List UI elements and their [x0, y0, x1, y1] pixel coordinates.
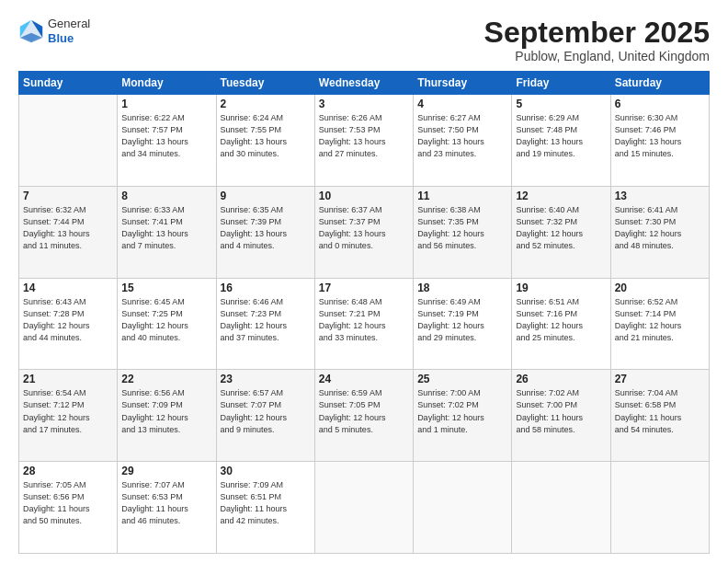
day-info: Sunrise: 7:05 AM Sunset: 6:56 PM Dayligh… [23, 479, 113, 527]
calendar-cell: 11Sunrise: 6:38 AM Sunset: 7:35 PM Dayli… [414, 186, 512, 278]
day-info: Sunrise: 6:35 AM Sunset: 7:39 PM Dayligh… [221, 204, 311, 252]
day-number: 24 [319, 373, 409, 385]
calendar-cell: 19Sunrise: 6:51 AM Sunset: 7:16 PM Dayli… [512, 278, 610, 370]
day-info: Sunrise: 6:29 AM Sunset: 7:48 PM Dayligh… [516, 112, 606, 160]
day-info: Sunrise: 6:41 AM Sunset: 7:30 PM Dayligh… [615, 204, 705, 252]
logo-text: General Blue [48, 17, 90, 45]
page: General Blue September 2025 Publow, Engl… [0, 0, 728, 563]
weekday-header: Monday [118, 72, 216, 95]
calendar-cell [19, 95, 118, 187]
day-number: 23 [221, 373, 311, 385]
day-info: Sunrise: 6:37 AM Sunset: 7:37 PM Dayligh… [319, 204, 409, 252]
calendar-cell: 17Sunrise: 6:48 AM Sunset: 7:21 PM Dayli… [314, 278, 413, 370]
calendar-cell [610, 462, 709, 554]
day-info: Sunrise: 7:07 AM Sunset: 6:53 PM Dayligh… [121, 479, 211, 527]
day-number: 16 [221, 282, 311, 294]
calendar-cell: 26Sunrise: 7:02 AM Sunset: 7:00 PM Dayli… [512, 370, 610, 462]
day-info: Sunrise: 6:52 AM Sunset: 7:14 PM Dayligh… [615, 296, 705, 344]
day-info: Sunrise: 6:33 AM Sunset: 7:41 PM Dayligh… [121, 204, 211, 252]
day-number: 1 [121, 98, 211, 110]
calendar-cell: 27Sunrise: 7:04 AM Sunset: 6:58 PM Dayli… [610, 370, 709, 462]
day-info: Sunrise: 6:26 AM Sunset: 7:53 PM Dayligh… [319, 112, 409, 160]
day-number: 8 [121, 190, 211, 202]
calendar-cell: 25Sunrise: 7:00 AM Sunset: 7:02 PM Dayli… [414, 370, 512, 462]
calendar-cell: 5Sunrise: 6:29 AM Sunset: 7:48 PM Daylig… [512, 95, 610, 187]
day-number: 10 [319, 190, 409, 202]
day-number: 28 [23, 465, 113, 477]
day-info: Sunrise: 6:57 AM Sunset: 7:07 PM Dayligh… [221, 387, 311, 435]
day-number: 25 [417, 373, 507, 385]
day-number: 2 [221, 98, 311, 110]
calendar-cell: 3Sunrise: 6:26 AM Sunset: 7:53 PM Daylig… [314, 95, 413, 187]
calendar-cell: 9Sunrise: 6:35 AM Sunset: 7:39 PM Daylig… [216, 186, 314, 278]
calendar-cell [512, 462, 610, 554]
calendar-cell [314, 462, 413, 554]
day-number: 11 [417, 190, 507, 202]
day-info: Sunrise: 6:22 AM Sunset: 7:57 PM Dayligh… [121, 112, 211, 160]
day-number: 18 [417, 282, 507, 294]
day-info: Sunrise: 6:38 AM Sunset: 7:35 PM Dayligh… [417, 204, 507, 252]
day-info: Sunrise: 6:46 AM Sunset: 7:23 PM Dayligh… [221, 296, 311, 344]
day-info: Sunrise: 7:02 AM Sunset: 7:00 PM Dayligh… [516, 387, 606, 435]
day-info: Sunrise: 6:24 AM Sunset: 7:55 PM Dayligh… [221, 112, 311, 160]
day-info: Sunrise: 7:00 AM Sunset: 7:02 PM Dayligh… [417, 387, 507, 435]
day-number: 30 [221, 465, 311, 477]
day-number: 12 [516, 190, 606, 202]
day-info: Sunrise: 6:49 AM Sunset: 7:19 PM Dayligh… [417, 296, 507, 344]
calendar-cell: 22Sunrise: 6:56 AM Sunset: 7:09 PM Dayli… [118, 370, 216, 462]
calendar-cell: 13Sunrise: 6:41 AM Sunset: 7:30 PM Dayli… [610, 186, 709, 278]
day-info: Sunrise: 6:32 AM Sunset: 7:44 PM Dayligh… [23, 204, 113, 252]
day-number: 15 [121, 282, 211, 294]
calendar-cell: 1Sunrise: 6:22 AM Sunset: 7:57 PM Daylig… [118, 95, 216, 187]
day-number: 27 [615, 373, 705, 385]
day-number: 19 [516, 282, 606, 294]
day-info: Sunrise: 7:04 AM Sunset: 6:58 PM Dayligh… [615, 387, 705, 435]
calendar-cell: 20Sunrise: 6:52 AM Sunset: 7:14 PM Dayli… [610, 278, 709, 370]
location: Publow, England, United Kingdom [484, 49, 710, 63]
day-number: 29 [121, 465, 211, 477]
day-number: 20 [615, 282, 705, 294]
calendar-cell: 2Sunrise: 6:24 AM Sunset: 7:55 PM Daylig… [216, 95, 314, 187]
calendar-cell: 10Sunrise: 6:37 AM Sunset: 7:37 PM Dayli… [314, 186, 413, 278]
calendar-cell: 14Sunrise: 6:43 AM Sunset: 7:28 PM Dayli… [19, 278, 118, 370]
day-info: Sunrise: 6:48 AM Sunset: 7:21 PM Dayligh… [319, 296, 409, 344]
day-number: 9 [221, 190, 311, 202]
weekday-header: Wednesday [314, 72, 413, 95]
calendar-cell: 4Sunrise: 6:27 AM Sunset: 7:50 PM Daylig… [414, 95, 512, 187]
day-info: Sunrise: 6:54 AM Sunset: 7:12 PM Dayligh… [23, 387, 113, 435]
calendar-cell: 24Sunrise: 6:59 AM Sunset: 7:05 PM Dayli… [314, 370, 413, 462]
day-number: 4 [417, 98, 507, 110]
day-number: 14 [23, 282, 113, 294]
weekday-header: Saturday [610, 72, 709, 95]
day-info: Sunrise: 6:27 AM Sunset: 7:50 PM Dayligh… [417, 112, 507, 160]
day-number: 21 [23, 373, 113, 385]
weekday-header: Thursday [414, 72, 512, 95]
calendar-cell: 12Sunrise: 6:40 AM Sunset: 7:32 PM Dayli… [512, 186, 610, 278]
day-number: 7 [23, 190, 113, 202]
day-info: Sunrise: 7:09 AM Sunset: 6:51 PM Dayligh… [221, 479, 311, 527]
logo: General Blue [18, 17, 90, 45]
day-info: Sunrise: 6:59 AM Sunset: 7:05 PM Dayligh… [319, 387, 409, 435]
calendar-cell: 8Sunrise: 6:33 AM Sunset: 7:41 PM Daylig… [118, 186, 216, 278]
calendar-cell: 7Sunrise: 6:32 AM Sunset: 7:44 PM Daylig… [19, 186, 118, 278]
day-info: Sunrise: 6:43 AM Sunset: 7:28 PM Dayligh… [23, 296, 113, 344]
calendar-cell: 29Sunrise: 7:07 AM Sunset: 6:53 PM Dayli… [118, 462, 216, 554]
header: General Blue September 2025 Publow, Engl… [18, 17, 710, 63]
day-info: Sunrise: 6:40 AM Sunset: 7:32 PM Dayligh… [516, 204, 606, 252]
calendar-week-row: 1Sunrise: 6:22 AM Sunset: 7:57 PM Daylig… [19, 95, 710, 187]
calendar-cell: 18Sunrise: 6:49 AM Sunset: 7:19 PM Dayli… [414, 278, 512, 370]
day-info: Sunrise: 6:30 AM Sunset: 7:46 PM Dayligh… [615, 112, 705, 160]
calendar-cell: 21Sunrise: 6:54 AM Sunset: 7:12 PM Dayli… [19, 370, 118, 462]
day-number: 13 [615, 190, 705, 202]
weekday-header: Friday [512, 72, 610, 95]
calendar-week-row: 14Sunrise: 6:43 AM Sunset: 7:28 PM Dayli… [19, 278, 710, 370]
weekday-header-row: SundayMondayTuesdayWednesdayThursdayFrid… [19, 72, 710, 95]
calendar-week-row: 28Sunrise: 7:05 AM Sunset: 6:56 PM Dayli… [19, 462, 710, 554]
day-number: 17 [319, 282, 409, 294]
weekday-header: Sunday [19, 72, 118, 95]
weekday-header: Tuesday [216, 72, 314, 95]
month-title: September 2025 [484, 17, 710, 49]
logo-icon [18, 18, 44, 44]
day-number: 6 [615, 98, 705, 110]
title-block: September 2025 Publow, England, United K… [484, 17, 710, 63]
